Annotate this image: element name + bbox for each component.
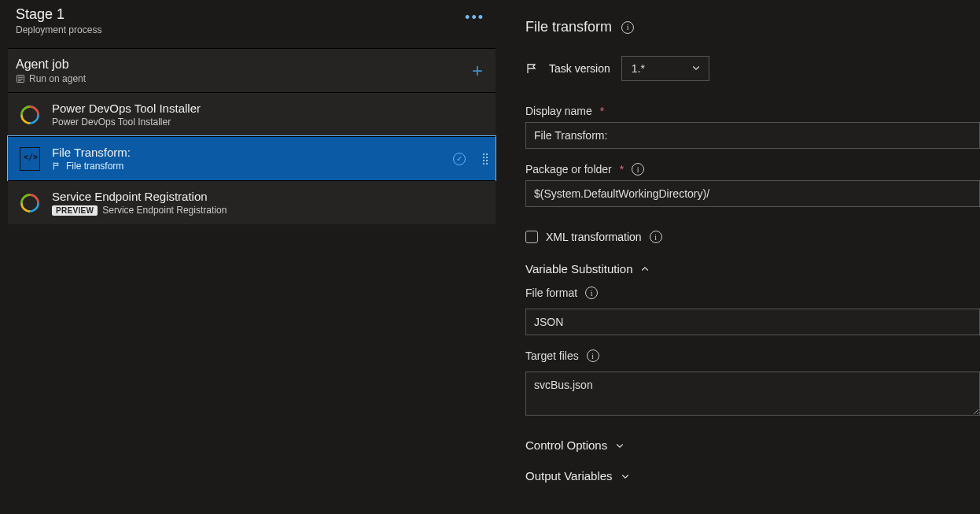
task-version-select[interactable]: 1.* xyxy=(621,56,709,81)
xml-transform-checkbox[interactable] xyxy=(525,231,538,243)
variable-substitution-header[interactable]: Variable Substitution xyxy=(525,262,980,275)
chevron-up-icon xyxy=(640,264,650,274)
file-format-label: File format i xyxy=(525,287,980,299)
required-asterisk: * xyxy=(620,163,624,176)
task-row[interactable]: Power DevOps Tool Installer Power DevOps… xyxy=(8,92,496,136)
task-version-value: 1.* xyxy=(632,62,645,75)
display-name-input[interactable] xyxy=(525,122,980,149)
stage-titles: Stage 1 Deployment process xyxy=(16,6,101,35)
info-icon[interactable]: i xyxy=(632,163,644,176)
chevron-down-icon xyxy=(615,441,624,450)
agent-job-subtitle-text: Run on agent xyxy=(29,73,86,84)
display-name-field: Display name* xyxy=(525,105,980,149)
target-files-textarea[interactable] xyxy=(525,372,980,416)
task-version-row: Task version 1.* xyxy=(525,56,980,81)
flag-icon xyxy=(525,62,538,75)
task-title: Power DevOps Tool Installer xyxy=(52,102,488,115)
check-icon: ✓ xyxy=(453,153,466,165)
package-label: Package or folder* i xyxy=(525,163,980,176)
stage-header: Stage 1 Deployment process ••• xyxy=(8,6,496,48)
task-title: Service Endpoint Registration xyxy=(52,190,488,203)
task-version-label: Task version xyxy=(549,62,610,75)
svg-rect-2 xyxy=(18,79,23,80)
task-titles: Service Endpoint Registration PREVIEW Se… xyxy=(52,190,488,216)
agent-icon xyxy=(16,74,25,83)
file-format-field: File format i xyxy=(525,287,980,335)
target-files-label: Target files i xyxy=(525,349,980,362)
preview-badge: PREVIEW xyxy=(52,205,98,216)
info-icon[interactable]: i xyxy=(587,349,599,362)
devops-icon xyxy=(19,192,41,214)
target-files-field: Target files i xyxy=(525,349,980,418)
stage-subtitle: Deployment process xyxy=(16,24,101,35)
svg-rect-3 xyxy=(18,80,21,81)
task-row-selected[interactable]: File Transform: File transform ✓ xyxy=(8,136,496,180)
chevron-down-icon xyxy=(621,471,630,481)
agent-job-titles: Agent job Run on agent xyxy=(16,57,467,84)
output-variables-header[interactable]: Output Variables xyxy=(525,469,980,483)
info-icon[interactable]: i xyxy=(585,287,598,299)
task-titles: Power DevOps Tool Installer Power DevOps… xyxy=(52,102,488,128)
file-code-icon xyxy=(20,147,40,171)
panel-title: File transform xyxy=(525,19,612,35)
info-icon[interactable]: i xyxy=(650,231,662,243)
svg-rect-1 xyxy=(18,76,23,77)
package-input[interactable] xyxy=(525,180,980,207)
file-format-input[interactable] xyxy=(525,309,980,335)
task-subtitle: Power DevOps Tool Installer xyxy=(52,116,488,128)
required-asterisk: * xyxy=(600,105,604,117)
agent-job-subtitle: Run on agent xyxy=(16,73,467,84)
stage-title: Stage 1 xyxy=(16,6,101,23)
agent-job-row[interactable]: Agent job Run on agent + xyxy=(8,48,496,92)
drag-handle-icon[interactable] xyxy=(483,153,488,165)
control-options-header[interactable]: Control Options xyxy=(525,438,980,452)
info-icon[interactable]: i xyxy=(621,21,634,34)
xml-transform-label: XML transformation xyxy=(546,231,642,243)
flag-icon xyxy=(52,161,61,171)
xml-transform-row: XML transformation i xyxy=(525,231,980,243)
panel-title-row: File transform i xyxy=(525,19,980,35)
task-subtitle: PREVIEW Service Endpoint Registration xyxy=(52,205,488,216)
task-subtitle: File transform xyxy=(52,161,442,172)
agent-job-title: Agent job xyxy=(16,57,467,72)
chevron-down-icon xyxy=(691,63,701,72)
package-field: Package or folder* i xyxy=(525,163,980,207)
file-transform-task-icon xyxy=(19,148,41,170)
pipeline-left-pane: Stage 1 Deployment process ••• Agent job… xyxy=(0,0,503,514)
display-name-label: Display name* xyxy=(525,105,980,117)
add-task-button[interactable]: + xyxy=(467,60,488,82)
task-subtitle-text: Service Endpoint Registration xyxy=(102,205,227,216)
task-title: File Transform: xyxy=(52,146,442,159)
task-row[interactable]: Service Endpoint Registration PREVIEW Se… xyxy=(8,180,496,224)
devops-icon xyxy=(19,104,41,126)
task-details-pane: File transform i Task version 1.* Displa… xyxy=(503,0,980,514)
task-titles: File Transform: File transform xyxy=(52,146,442,172)
more-actions-button[interactable]: ••• xyxy=(459,6,491,29)
task-subtitle-text: File transform xyxy=(66,161,123,172)
